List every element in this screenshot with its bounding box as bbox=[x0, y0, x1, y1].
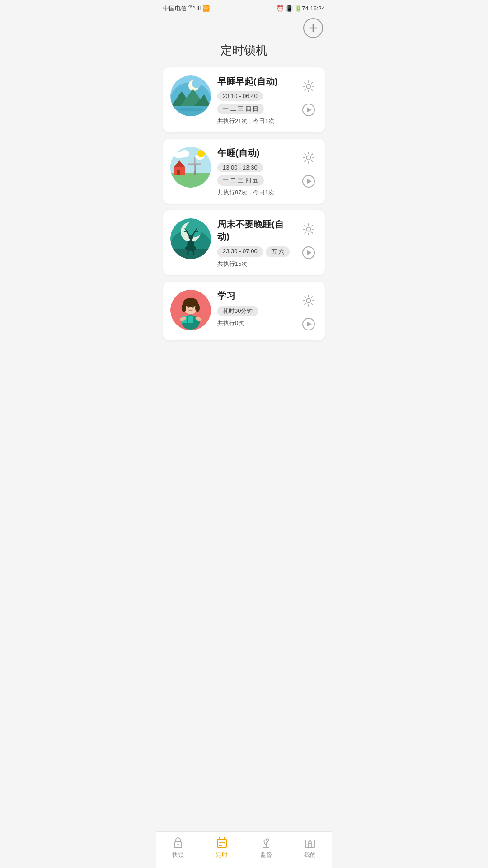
add-button[interactable] bbox=[303, 18, 323, 38]
home-icon bbox=[304, 836, 316, 849]
nav-kuaisuo[interactable]: 快锁 bbox=[162, 836, 194, 859]
nav-kuaisuo-label: 快锁 bbox=[172, 851, 184, 859]
lock-icon bbox=[172, 836, 184, 849]
card1-content: 早睡早起(自动) 23:10 - 06:40 一 二 三 四 日 共执行21次，… bbox=[217, 75, 293, 125]
card3-actions bbox=[300, 218, 318, 262]
avatar-reading-girl bbox=[170, 290, 211, 330]
card-xuexi: 学习 耗时30分钟 共执行0次 bbox=[163, 282, 325, 340]
avatar-windmill bbox=[170, 147, 211, 188]
card4-settings-button[interactable] bbox=[300, 292, 318, 310]
card-zhoumo: 周末不要晚睡(自动) 23:30 - 07:00 五 六 共执行15次 bbox=[163, 210, 325, 275]
nav-wode[interactable]: 我的 bbox=[294, 836, 326, 859]
card2-title: 午睡(自动) bbox=[217, 147, 293, 159]
svg-marker-67 bbox=[307, 322, 312, 326]
svg-point-17 bbox=[180, 150, 189, 157]
svg-point-11 bbox=[307, 85, 311, 89]
card1-settings-button[interactable] bbox=[300, 77, 318, 95]
svg-line-49 bbox=[193, 249, 194, 255]
alarm-icon: ⏰ bbox=[277, 5, 284, 12]
card3-stats: 共执行15次 bbox=[217, 260, 293, 268]
status-right: ⏰ 📳 🔋74 16:24 bbox=[277, 5, 325, 12]
bottom-nav: 快锁 定时 监督 bbox=[156, 831, 332, 868]
svg-point-50 bbox=[307, 227, 311, 231]
card4-tags: 耗时30分钟 bbox=[217, 306, 293, 316]
card3-tags: 23:30 - 07:00 五 六 bbox=[217, 246, 293, 257]
card1-stats: 共执行21次，今日1次 bbox=[217, 117, 293, 125]
card2-tags: 13:00 - 13:30 一 二 三 四 五 bbox=[217, 163, 293, 186]
card1-tags: 23:10 - 06:40 一 二 三 四 日 bbox=[217, 91, 293, 114]
card3-time-tag: 23:30 - 07:00 bbox=[217, 246, 263, 257]
time: 16:24 bbox=[310, 5, 325, 12]
card4-duration-tag: 耗时30分钟 bbox=[217, 306, 258, 316]
svg-marker-52 bbox=[307, 250, 312, 255]
card2-settings-button[interactable] bbox=[300, 149, 318, 167]
page-title: 定时锁机 bbox=[156, 40, 332, 67]
svg-marker-13 bbox=[307, 108, 312, 112]
status-bar: 中国电信 4G·ıll 🛜 ⏰ 📳 🔋74 16:24 bbox=[156, 0, 332, 14]
card3-content: 周末不要晚睡(自动) 23:30 - 07:00 五 六 共执行15次 bbox=[217, 218, 293, 268]
card2-time-tag: 13:00 - 13:30 bbox=[217, 163, 263, 172]
nav-dingshi[interactable]: 定时 bbox=[206, 836, 238, 859]
card4-stats: 共执行0次 bbox=[217, 319, 293, 327]
card1-actions bbox=[300, 75, 318, 119]
svg-point-62 bbox=[195, 303, 200, 312]
svg-rect-79 bbox=[308, 844, 312, 848]
cards-container: 早睡早起(自动) 23:10 - 06:40 一 二 三 四 日 共执行21次，… bbox=[156, 67, 332, 340]
card3-title: 周末不要晚睡(自动) bbox=[217, 218, 293, 243]
card-wushui: 午睡(自动) 13:00 - 13:30 一 二 三 四 五 共执行97次，今日… bbox=[163, 139, 325, 204]
svg-line-48 bbox=[188, 249, 188, 255]
nav-wode-label: 我的 bbox=[304, 851, 316, 859]
nav-dingshi-label: 定时 bbox=[216, 851, 228, 859]
card4-play-button[interactable] bbox=[300, 315, 318, 333]
card2-days-tag: 一 二 三 四 五 bbox=[217, 175, 264, 186]
svg-point-61 bbox=[182, 303, 186, 312]
battery: 🔋74 bbox=[295, 5, 308, 12]
card3-play-button[interactable] bbox=[300, 244, 318, 262]
svg-marker-32 bbox=[307, 179, 312, 184]
svg-point-64 bbox=[192, 306, 194, 308]
card1-title: 早睡早起(自动) bbox=[217, 75, 293, 88]
svg-point-19 bbox=[197, 150, 205, 157]
card2-content: 午睡(自动) 13:00 - 13:30 一 二 三 四 五 共执行97次，今日… bbox=[217, 147, 293, 197]
card1-days-tag: 一 二 三 四 日 bbox=[217, 104, 264, 114]
page-header bbox=[156, 14, 332, 40]
carrier-signal: 中国电信 4G·ıll 🛜 bbox=[163, 4, 210, 13]
svg-point-30 bbox=[307, 156, 311, 160]
card1-play-button[interactable] bbox=[300, 101, 318, 119]
svg-point-10 bbox=[177, 108, 204, 111]
nav-jiandu[interactable]: 监督 bbox=[250, 836, 282, 859]
timer-icon bbox=[216, 836, 228, 849]
card4-actions bbox=[300, 290, 318, 333]
svg-point-36 bbox=[186, 221, 202, 237]
svg-point-69 bbox=[177, 844, 179, 845]
plant-icon bbox=[260, 836, 272, 849]
card2-stats: 共执行97次，今日1次 bbox=[217, 189, 293, 197]
svg-point-5 bbox=[192, 79, 201, 88]
card2-actions bbox=[300, 147, 318, 190]
card4-content: 学习 耗时30分钟 共执行0次 bbox=[217, 290, 293, 327]
card4-title: 学习 bbox=[217, 290, 293, 302]
avatar-night-lake bbox=[170, 75, 211, 116]
nav-jiandu-label: 监督 bbox=[260, 851, 272, 859]
avatar-deer-moon bbox=[170, 218, 211, 259]
svg-point-63 bbox=[188, 306, 189, 308]
card3-settings-button[interactable] bbox=[300, 220, 318, 238]
card-zaoqi: 早睡早起(自动) 23:10 - 06:40 一 二 三 四 日 共执行21次，… bbox=[163, 67, 325, 132]
card2-play-button[interactable] bbox=[300, 172, 318, 190]
svg-rect-23 bbox=[177, 170, 180, 175]
card3-days-tag: 五 六 bbox=[266, 246, 290, 257]
svg-rect-20 bbox=[170, 173, 211, 188]
vibrate-icon: 📳 bbox=[286, 5, 293, 12]
svg-point-80 bbox=[309, 841, 311, 844]
card1-time-tag: 23:10 - 06:40 bbox=[217, 91, 263, 101]
svg-point-65 bbox=[307, 299, 311, 303]
